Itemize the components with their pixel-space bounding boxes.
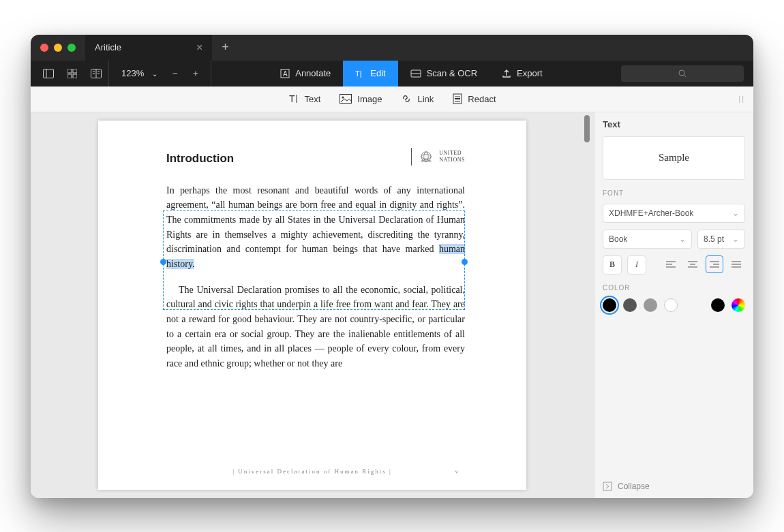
svg-rect-42 [603, 482, 612, 490]
new-tab-button[interactable]: + [212, 40, 239, 54]
tab-edit-label: Edit [370, 68, 385, 78]
svg-rect-3 [73, 69, 77, 73]
image-tool-label: Image [357, 94, 382, 104]
redact-tool-button[interactable]: Redact [453, 93, 496, 104]
swatch-current[interactable] [711, 298, 725, 312]
redact-tool-icon [453, 93, 462, 104]
selection-handle-left[interactable] [160, 259, 166, 265]
swatch-gray[interactable] [644, 298, 657, 312]
align-center-button[interactable] [684, 255, 702, 273]
svg-rect-2 [67, 69, 72, 73]
align-right-icon [710, 260, 719, 268]
collapse-icon [603, 482, 612, 491]
align-justify-icon [732, 260, 741, 268]
tab-export[interactable]: Export [489, 61, 555, 87]
svg-point-17 [679, 70, 684, 76]
scrollbar-thumb[interactable] [584, 115, 590, 142]
link-tool-icon [401, 93, 412, 104]
edit-icon: T| [355, 69, 365, 78]
image-tool-button[interactable]: Image [340, 94, 382, 104]
tab-export-label: Export [517, 68, 543, 78]
tab-scan-ocr[interactable]: Scan & OCR [398, 61, 489, 87]
org-badge: United Nations [411, 148, 465, 166]
edit-subtoolbar: T Text Image Link Redact || [31, 87, 753, 112]
zoom-level[interactable]: 123% ⌄ [116, 68, 163, 78]
sidebar-icon [43, 69, 54, 78]
org-line1: United [439, 150, 465, 157]
tab-annotate-label: Annotate [295, 68, 331, 78]
svg-point-27 [421, 151, 431, 161]
swatch-black[interactable] [603, 298, 616, 312]
zoom-out-button[interactable]: − [167, 68, 183, 78]
vertical-scrollbar[interactable] [583, 112, 591, 498]
tab-scan-label: Scan & OCR [427, 68, 477, 78]
zoom-control: 123% ⌄ − + [108, 61, 211, 87]
text-tool-icon: T [288, 93, 299, 104]
text-tool-label: Text [304, 94, 320, 104]
font-size-select[interactable]: 8.5 pt ⌄ [697, 230, 745, 249]
page-number: v [455, 468, 459, 475]
svg-text:T|: T| [355, 69, 362, 78]
org-line2: Nations [439, 157, 465, 163]
align-right-button[interactable] [706, 255, 723, 273]
zoom-window-button[interactable] [67, 44, 76, 52]
tab-edit[interactable]: T| Edit [343, 61, 397, 87]
document-tab-title: Ariticle [95, 42, 121, 52]
thumbnails-button[interactable] [61, 61, 84, 87]
minimize-window-button[interactable] [54, 44, 62, 52]
document-canvas[interactable]: Introduction United Nations [31, 112, 594, 498]
svg-text:A: A [283, 70, 288, 78]
color-section-label: COLOR [603, 284, 745, 292]
swatch-dark-gray[interactable] [623, 298, 637, 312]
window-controls [31, 44, 85, 52]
color-picker-button[interactable] [732, 298, 745, 312]
page-footer: | Universal Declaration of Human Rights … [98, 468, 526, 475]
link-tool-button[interactable]: Link [401, 93, 434, 104]
collapse-panel-button[interactable]: Collapse [603, 475, 745, 491]
tab-annotate[interactable]: A Annotate [268, 61, 343, 87]
font-family-select[interactable]: XDHMFE+Archer-Book ⌄ [603, 204, 745, 223]
redact-tool-label: Redact [468, 94, 496, 104]
grid-icon [67, 69, 77, 78]
chevron-down-icon: ⌄ [679, 234, 686, 244]
close-tab-button[interactable]: × [196, 42, 202, 53]
swatch-white[interactable] [664, 298, 678, 312]
svg-point-22 [342, 97, 344, 99]
close-window-button[interactable] [40, 44, 48, 52]
search-input[interactable] [621, 65, 744, 82]
italic-button[interactable]: I [627, 255, 646, 275]
bold-button[interactable]: B [603, 255, 622, 275]
paragraph-1[interactable]: In perhaps the most resonant and beautif… [166, 183, 465, 272]
align-center-icon [688, 260, 697, 268]
toolbar-drag-handle[interactable]: || [738, 95, 745, 103]
document-tab[interactable]: Ariticle × [85, 35, 212, 61]
titlebar: Ariticle × + [31, 35, 753, 61]
panel-title: Text [603, 119, 745, 129]
zoom-in-button[interactable]: + [187, 68, 204, 78]
scan-icon [410, 69, 421, 78]
color-swatches [603, 298, 745, 312]
text-tool-button[interactable]: T Text [288, 93, 320, 104]
app-window: Ariticle × + 123% ⌄ − + A Annotate [31, 35, 753, 498]
font-weight-select[interactable]: Book ⌄ [603, 230, 692, 249]
search-icon [678, 69, 687, 78]
align-left-button[interactable] [662, 255, 680, 273]
font-section-label: FONT [603, 189, 745, 197]
document-page: Introduction United Nations [98, 121, 526, 490]
svg-text:T: T [289, 93, 295, 104]
sample-preview: Sample [603, 136, 745, 180]
align-justify-button[interactable] [727, 255, 745, 273]
align-left-icon [666, 260, 676, 268]
image-tool-icon [340, 94, 352, 104]
sidebar-toggle-button[interactable] [36, 61, 61, 87]
paragraph-2[interactable]: The Universal Declaration promises to al… [166, 283, 465, 371]
svg-rect-4 [67, 74, 72, 78]
chevron-down-icon: ⌄ [732, 208, 739, 218]
un-logo-icon [417, 148, 435, 166]
svg-rect-0 [44, 69, 54, 78]
reading-mode-button[interactable] [84, 61, 108, 87]
book-icon [91, 69, 102, 78]
annotate-icon: A [280, 69, 290, 78]
svg-line-18 [684, 75, 686, 77]
editor-body: Introduction United Nations [31, 112, 753, 498]
